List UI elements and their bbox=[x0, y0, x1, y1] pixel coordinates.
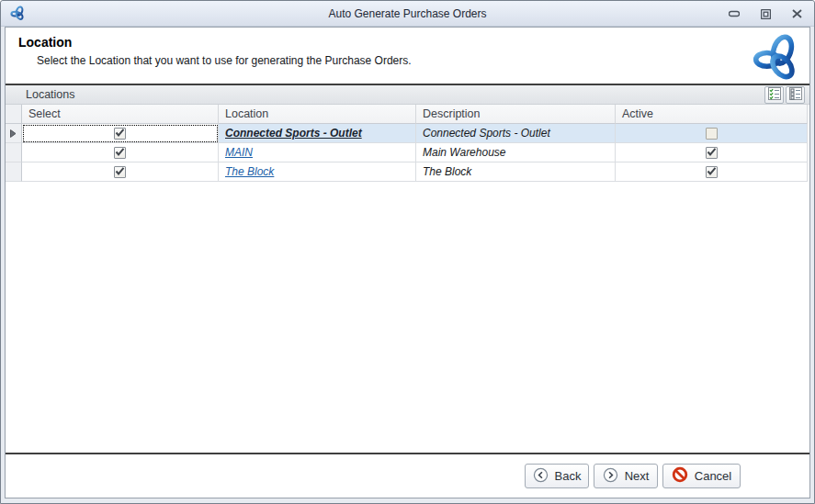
row-indicator bbox=[6, 162, 22, 182]
check-all-button[interactable] bbox=[764, 86, 784, 104]
location-cell: Connected Sports - Outlet bbox=[219, 124, 416, 143]
active-checkbox-checked[interactable] bbox=[706, 147, 718, 159]
next-button-label: Next bbox=[625, 469, 650, 483]
select-checkbox-checked[interactable] bbox=[114, 128, 126, 140]
title-bar: Auto Generate Purchase Orders bbox=[1, 1, 814, 27]
cancel-button-label: Cancel bbox=[695, 469, 731, 483]
next-button[interactable]: Next bbox=[594, 464, 658, 488]
select-cell[interactable] bbox=[22, 124, 219, 143]
uncheck-all-icon bbox=[789, 87, 802, 104]
locations-caption: Locations bbox=[26, 88, 75, 101]
wizard-content: Location Select the Location that you wa… bbox=[5, 27, 810, 498]
row-indicator-header bbox=[6, 105, 22, 124]
location-cell: MAIN bbox=[219, 143, 416, 162]
restore-button[interactable] bbox=[757, 6, 774, 22]
footer-panel: Back Next Cancel bbox=[6, 454, 809, 498]
cancel-prohibition-icon bbox=[672, 466, 688, 486]
window-title: Auto Generate Purchase Orders bbox=[1, 1, 814, 27]
description-cell: The Block bbox=[416, 162, 616, 182]
location-link[interactable]: Connected Sports - Outlet bbox=[225, 127, 362, 140]
column-header-description[interactable]: Description bbox=[416, 105, 616, 124]
row-indicator bbox=[6, 143, 22, 162]
location-link[interactable]: The Block bbox=[225, 165, 274, 178]
location-cell: The Block bbox=[219, 162, 416, 182]
column-header-location[interactable]: Location bbox=[219, 105, 416, 124]
select-cell[interactable] bbox=[22, 143, 219, 162]
active-cell bbox=[616, 143, 808, 162]
active-checkbox-unchecked[interactable] bbox=[706, 128, 718, 140]
grid-header-row: Select Location Description Active bbox=[6, 105, 808, 124]
row-indicator bbox=[6, 124, 22, 143]
active-cell bbox=[616, 162, 808, 182]
page-subtitle: Select the Location that you want to use… bbox=[37, 54, 412, 67]
active-checkbox-checked[interactable] bbox=[706, 166, 718, 178]
page-title: Location bbox=[18, 35, 72, 50]
select-checkbox-checked[interactable] bbox=[114, 147, 126, 159]
table-row: The Block The Block bbox=[6, 162, 808, 182]
location-link[interactable]: MAIN bbox=[225, 146, 253, 159]
description-cell: Main Warehouse bbox=[416, 143, 616, 162]
table-row: MAIN Main Warehouse bbox=[6, 143, 808, 162]
row-arrow-icon bbox=[10, 129, 17, 138]
cancel-button[interactable]: Cancel bbox=[662, 464, 741, 488]
wizard-window: Auto Generate Purchase Orders Location S… bbox=[0, 0, 815, 504]
table-row: Connected Sports - Outlet Connected Spor… bbox=[6, 124, 808, 143]
uncheck-all-button[interactable] bbox=[786, 86, 805, 104]
close-button[interactable] bbox=[788, 6, 805, 22]
back-arrow-icon bbox=[533, 467, 549, 486]
column-header-active[interactable]: Active bbox=[616, 105, 808, 124]
column-header-select[interactable]: Select bbox=[22, 105, 219, 124]
select-checkbox-checked[interactable] bbox=[114, 166, 126, 178]
back-button[interactable]: Back bbox=[525, 464, 589, 488]
back-button-label: Back bbox=[555, 469, 582, 483]
brand-logo-icon bbox=[749, 34, 802, 85]
minimize-button[interactable] bbox=[726, 6, 742, 22]
next-arrow-icon bbox=[603, 467, 618, 486]
select-cell[interactable] bbox=[22, 162, 219, 182]
locations-grid: Select Location Description Active Conne… bbox=[6, 105, 808, 182]
active-cell bbox=[616, 124, 808, 143]
description-cell: Connected Sports - Outlet bbox=[416, 124, 616, 143]
locations-panel-header: Locations bbox=[6, 85, 809, 105]
check-all-icon bbox=[768, 87, 781, 104]
